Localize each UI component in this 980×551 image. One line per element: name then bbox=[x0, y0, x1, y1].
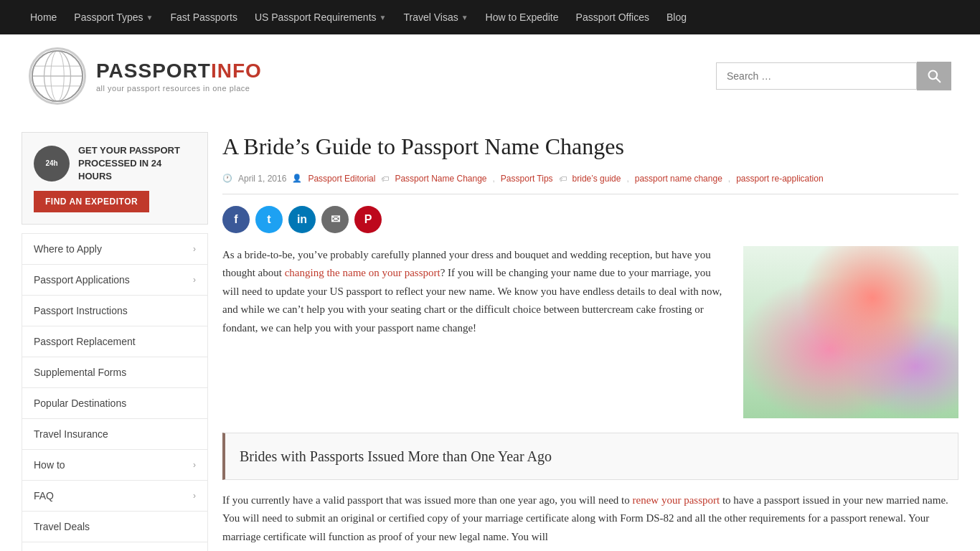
sidebar-item-label: Where to Apply bbox=[34, 243, 102, 255]
social-share-buttons: f t in ✉ P bbox=[222, 206, 958, 233]
sidebar-item-popular-destinations[interactable]: Popular Destinations bbox=[22, 388, 207, 419]
logo-text-area: PASSPORTINFO all your passport resources… bbox=[96, 60, 262, 93]
pinterest-share-button[interactable]: P bbox=[354, 206, 382, 233]
top-navigation: Home Passport Types ▼ Fast Passports US … bbox=[0, 0, 980, 34]
logo-passport: PASSPORT bbox=[96, 60, 211, 82]
promo-24h-icon: 24h bbox=[34, 146, 70, 182]
chevron-right-icon: › bbox=[193, 491, 196, 501]
promo-text: GET YOUR PASSPORT PROCESSED IN 24 HOURS bbox=[78, 144, 196, 184]
sidebar-item-where-to-apply[interactable]: Where to Apply › bbox=[22, 234, 207, 265]
tag-passport-reapplication[interactable]: passport re-application bbox=[736, 174, 823, 184]
logo-text: PASSPORTINFO bbox=[96, 60, 262, 83]
sidebar-item-how-to[interactable]: How to › bbox=[22, 450, 207, 481]
logo-globe bbox=[29, 47, 86, 105]
chevron-right-icon: › bbox=[193, 460, 196, 470]
nav-blog[interactable]: Blog bbox=[658, 11, 695, 23]
chevron-down-icon: ▼ bbox=[146, 14, 154, 22]
article-intro-text: As a bride-to-be, you’ve probably carefu… bbox=[222, 246, 729, 418]
chevron-right-icon: › bbox=[193, 244, 196, 254]
main-container: 24h GET YOUR PASSPORT PROCESSED IN 24 HO… bbox=[0, 118, 980, 551]
sidebar-item-label: Passport Instructions bbox=[34, 305, 128, 316]
nav-fast-passports[interactable]: Fast Passports bbox=[162, 11, 246, 23]
tag-passport-name-change[interactable]: passport name change bbox=[635, 174, 722, 184]
sidebar-item-label: Travel Insurance bbox=[34, 428, 108, 440]
nav-how-to-expedite[interactable]: How to Expedite bbox=[477, 11, 567, 23]
chevron-down-icon: ▼ bbox=[380, 14, 387, 22]
promo-top: 24h GET YOUR PASSPORT PROCESSED IN 24 HO… bbox=[34, 144, 196, 184]
linkedin-share-button[interactable]: in bbox=[288, 206, 316, 233]
logo-area: PASSPORTINFO all your passport resources… bbox=[29, 47, 262, 105]
sidebar-promo: 24h GET YOUR PASSPORT PROCESSED IN 24 HO… bbox=[22, 132, 208, 225]
tag-brides-guide[interactable]: bride’s guide bbox=[573, 174, 621, 184]
tag-icon: 🏷 bbox=[381, 174, 389, 183]
article-image bbox=[743, 246, 958, 418]
body2-text-start: If you currently have a valid passport t… bbox=[222, 494, 633, 506]
svg-line-8 bbox=[936, 78, 941, 83]
article-meta: 🕐 April 1, 2016 👤 Passport Editorial 🏷 P… bbox=[222, 174, 958, 194]
category-passport-tips[interactable]: Passport Tips bbox=[501, 174, 553, 184]
article-date: April 1, 2016 bbox=[238, 174, 286, 184]
nav-travel-visas[interactable]: Travel Visas ▼ bbox=[395, 11, 476, 23]
chevron-down-icon: ▼ bbox=[461, 14, 468, 22]
sidebar-item-travel-deals[interactable]: Travel Deals bbox=[22, 512, 207, 542]
sidebar-item-passport-applications[interactable]: Passport Applications › bbox=[22, 265, 207, 296]
search-input[interactable] bbox=[716, 62, 917, 90]
logo-tagline: all your passport resources in one place bbox=[96, 84, 262, 93]
search-icon bbox=[927, 69, 941, 83]
article-body2: If you currently have a valid passport t… bbox=[222, 491, 958, 547]
logo-info: INFO bbox=[211, 60, 262, 82]
sidebar-item-label: How to bbox=[34, 459, 65, 471]
sidebar-item-about-us[interactable]: About Us bbox=[22, 542, 207, 551]
nav-home[interactable]: Home bbox=[22, 11, 65, 23]
sidebar-item-label: Passport Replacement bbox=[34, 336, 136, 347]
site-header: PASSPORTINFO all your passport resources… bbox=[0, 34, 980, 118]
sidebar-item-supplemental-forms[interactable]: Supplemental Forms bbox=[22, 357, 207, 388]
twitter-share-button[interactable]: t bbox=[255, 206, 283, 233]
sidebar-menu: Where to Apply › Passport Applications ›… bbox=[22, 233, 208, 551]
search-area bbox=[716, 62, 951, 90]
search-button[interactable] bbox=[917, 62, 951, 90]
chevron-right-icon: › bbox=[193, 275, 196, 285]
article-body: As a bride-to-be, you’ve probably carefu… bbox=[222, 246, 958, 418]
find-expeditor-button[interactable]: FIND AN EXPEDITOR bbox=[34, 191, 149, 212]
article-author[interactable]: Passport Editorial bbox=[308, 174, 375, 184]
sidebar-item-faq[interactable]: FAQ › bbox=[22, 481, 207, 512]
clock-icon: 🕐 bbox=[222, 174, 232, 183]
nav-passport-types[interactable]: Passport Types ▼ bbox=[65, 11, 161, 23]
section-heading: Brides with Passports Issued More than O… bbox=[240, 446, 943, 466]
sidebar: 24h GET YOUR PASSPORT PROCESSED IN 24 HO… bbox=[22, 132, 208, 551]
renew-passport-link[interactable]: renew your passport bbox=[633, 494, 720, 506]
label-icon: 🏷 bbox=[559, 174, 567, 183]
nav-us-requirements[interactable]: US Passport Requirements ▼ bbox=[246, 11, 395, 23]
person-icon: 👤 bbox=[292, 174, 302, 183]
email-share-button[interactable]: ✉ bbox=[321, 206, 349, 233]
category-passport-name-change[interactable]: Passport Name Change bbox=[395, 174, 486, 184]
changing-name-link[interactable]: changing the name on your passport bbox=[285, 267, 440, 278]
sidebar-item-travel-insurance[interactable]: Travel Insurance bbox=[22, 419, 207, 450]
main-content: A Bride’s Guide to Passport Name Changes… bbox=[222, 132, 958, 551]
sidebar-item-label: Popular Destinations bbox=[34, 397, 126, 409]
sidebar-item-label: Travel Deals bbox=[34, 521, 90, 532]
sidebar-item-label: FAQ bbox=[34, 490, 54, 501]
wedding-image bbox=[743, 246, 958, 418]
sidebar-item-label: Passport Applications bbox=[34, 274, 130, 286]
sidebar-item-passport-replacement[interactable]: Passport Replacement bbox=[22, 326, 207, 357]
sidebar-item-label: Supplemental Forms bbox=[34, 367, 126, 378]
nav-passport-offices[interactable]: Passport Offices bbox=[567, 11, 658, 23]
section-box: Brides with Passports Issued More than O… bbox=[222, 433, 958, 480]
article-title: A Bride’s Guide to Passport Name Changes bbox=[222, 132, 958, 162]
facebook-share-button[interactable]: f bbox=[222, 206, 250, 233]
sidebar-item-passport-instructions[interactable]: Passport Instructions bbox=[22, 296, 207, 326]
